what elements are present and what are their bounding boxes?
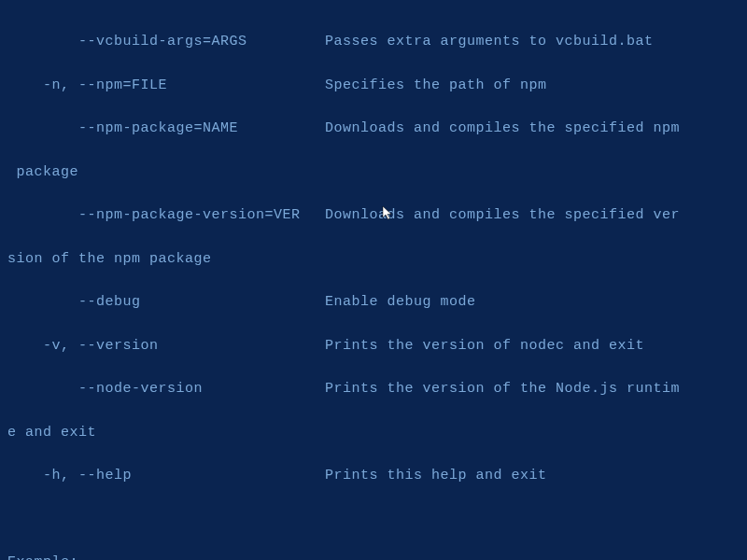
option-flag: --npm-package=NAME (7, 118, 325, 139)
option-flag: --node-version (7, 378, 325, 399)
option-wrap: sion of the npm package (7, 248, 740, 270)
terminal-output[interactable]: --vcbuild-args=ARGSPasses extra argument… (7, 9, 740, 560)
option-flag: -h, --help (7, 465, 325, 486)
option-vcbuild-args: --vcbuild-args=ARGSPasses extra argument… (7, 31, 740, 52)
option-version: -v, --versionPrints the version of nodec… (7, 335, 740, 357)
option-desc: Specifies the path of npm (325, 75, 740, 96)
option-npm-package-version: --npm-package-version=VERDownloads and c… (7, 204, 740, 226)
option-desc: Prints this help and exit (325, 465, 740, 486)
option-desc: Downloads and compiles the specified ver (325, 204, 740, 226)
option-flag: -n, --npm=FILE (7, 75, 325, 96)
option-node-version: --node-versionPrints the version of the … (7, 378, 740, 399)
option-flag: --npm-package-version=VER (7, 204, 325, 226)
mouse-cursor-icon (364, 184, 375, 199)
option-wrap: e and exit (7, 422, 740, 443)
option-npm-package: --npm-package=NAMEDownloads and compiles… (7, 118, 740, 139)
option-desc: Prints the version of the Node.js runtim (325, 378, 740, 399)
option-desc: Passes extra arguments to vcbuild.bat (325, 31, 740, 52)
option-desc: Prints the version of nodec and exit (325, 335, 740, 357)
option-flag: --debug (7, 291, 325, 313)
option-help: -h, --helpPrints this help and exit (7, 465, 740, 486)
option-wrap: package (7, 161, 740, 183)
option-flag: --vcbuild-args=ARGS (7, 31, 325, 52)
option-npm: -n, --npm=FILESpecifies the path of npm (7, 75, 740, 96)
blank-line (7, 509, 740, 530)
option-desc: Enable debug mode (325, 291, 740, 313)
option-flag: -v, --version (7, 335, 325, 357)
example-header: Example: (7, 552, 740, 560)
option-debug: --debugEnable debug mode (7, 291, 740, 313)
option-desc: Downloads and compiles the specified npm (325, 118, 740, 139)
